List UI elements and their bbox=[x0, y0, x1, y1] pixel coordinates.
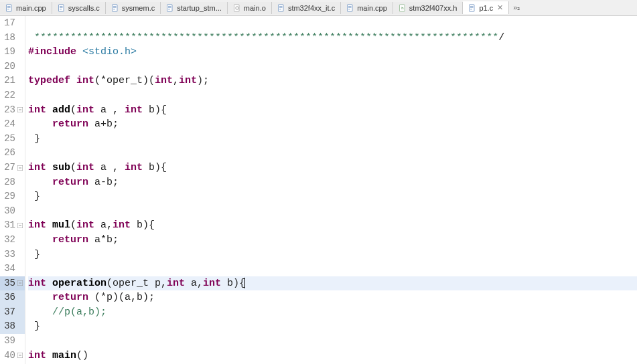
code-line[interactable] bbox=[28, 16, 637, 31]
svg-rect-24 bbox=[348, 7, 352, 8]
line-gutter: 1718192021222324252627282930313233343536… bbox=[0, 16, 25, 364]
tab-p1-c[interactable]: p1.c✕ bbox=[463, 1, 509, 14]
code-line[interactable]: int operation(oper_t p,int a,int b){ bbox=[28, 276, 637, 291]
file-icon bbox=[233, 4, 241, 12]
file-icon bbox=[111, 4, 119, 12]
gutter-line: 25 bbox=[0, 132, 25, 147]
tab-label: main.cpp bbox=[357, 4, 387, 12]
gutter-line: 40 bbox=[0, 349, 25, 363]
gutter-line: 22 bbox=[0, 88, 25, 103]
tab-label: main.cpp bbox=[16, 4, 46, 12]
close-icon[interactable]: ✕ bbox=[497, 3, 503, 12]
svg-rect-23 bbox=[348, 6, 352, 7]
svg-rect-13 bbox=[168, 6, 171, 7]
gutter-line: 34 bbox=[0, 262, 25, 276]
svg-rect-14 bbox=[168, 7, 171, 8]
svg-rect-21 bbox=[279, 9, 281, 9]
code-line[interactable] bbox=[28, 146, 637, 161]
code-line[interactable] bbox=[28, 334, 637, 349]
code-editor[interactable]: 1718192021222324252627282930313233343536… bbox=[0, 16, 637, 364]
code-line[interactable]: } bbox=[28, 319, 637, 334]
gutter-line: 27 bbox=[0, 161, 25, 175]
gutter-line: 38 bbox=[0, 319, 25, 334]
code-line[interactable]: return a-b; bbox=[28, 175, 637, 190]
gutter-line: 18 bbox=[0, 31, 25, 46]
gutter-line: 28 bbox=[0, 175, 25, 190]
tab-label: p1.c bbox=[479, 4, 493, 12]
file-icon bbox=[5, 4, 13, 12]
svg-rect-2 bbox=[7, 7, 11, 8]
code-line[interactable] bbox=[28, 262, 637, 276]
code-line[interactable]: typedef int(*oper_t)(int,int); bbox=[28, 74, 637, 88]
text-cursor bbox=[244, 278, 245, 288]
gutter-line: 39 bbox=[0, 334, 25, 349]
gutter-line: 19 bbox=[0, 45, 25, 60]
svg-rect-3 bbox=[7, 9, 9, 9]
svg-rect-5 bbox=[60, 6, 63, 7]
gutter-line: 31 bbox=[0, 218, 25, 233]
fold-icon[interactable] bbox=[17, 107, 23, 112]
code-line[interactable]: int sub(int a , int b){ bbox=[28, 161, 637, 175]
code-line[interactable]: } bbox=[28, 248, 637, 262]
gutter-line: 33 bbox=[0, 248, 25, 262]
svg-rect-20 bbox=[279, 7, 283, 8]
code-line[interactable]: #include <stdio.h> bbox=[28, 45, 637, 60]
fold-icon[interactable] bbox=[17, 353, 23, 358]
tab-stm32f407xx-h[interactable]: hstm32f407xx.h bbox=[393, 2, 464, 14]
file-icon bbox=[277, 4, 285, 12]
gutter-line: 23 bbox=[0, 103, 25, 118]
svg-rect-29 bbox=[470, 6, 474, 7]
svg-rect-11 bbox=[113, 9, 115, 9]
gutter-line: 37 bbox=[0, 305, 25, 320]
code-line[interactable] bbox=[28, 204, 637, 219]
gutter-line: 24 bbox=[0, 117, 25, 132]
code-line[interactable] bbox=[28, 60, 637, 74]
fold-icon[interactable] bbox=[17, 165, 23, 171]
code-line[interactable] bbox=[28, 88, 637, 103]
svg-rect-6 bbox=[60, 7, 63, 8]
fold-icon[interactable] bbox=[17, 223, 23, 228]
svg-rect-15 bbox=[168, 9, 170, 9]
tab-overflow-button[interactable]: »₂ bbox=[509, 1, 524, 14]
tab-startup-stm---[interactable]: startup_stm... bbox=[161, 2, 228, 14]
code-line[interactable]: int add(int a , int b){ bbox=[28, 103, 637, 118]
fold-icon[interactable] bbox=[17, 280, 23, 286]
gutter-line: 29 bbox=[0, 189, 25, 204]
tab-label: syscalls.c bbox=[68, 4, 100, 12]
tab-syscalls-c[interactable]: syscalls.c bbox=[52, 2, 106, 14]
code-line[interactable]: ****************************************… bbox=[28, 31, 637, 46]
svg-rect-30 bbox=[470, 7, 474, 8]
file-icon bbox=[58, 4, 66, 12]
code-line[interactable]: return a*b; bbox=[28, 233, 637, 248]
code-line[interactable]: int mul(int a,int b){ bbox=[28, 218, 637, 233]
tab-main-cpp[interactable]: main.cpp bbox=[0, 2, 52, 14]
svg-rect-19 bbox=[279, 6, 283, 7]
file-icon bbox=[346, 4, 354, 12]
tab-main-cpp[interactable]: main.cpp bbox=[341, 2, 393, 14]
code-line[interactable]: } bbox=[28, 132, 637, 147]
file-icon: h bbox=[399, 4, 407, 12]
file-icon bbox=[166, 4, 174, 12]
svg-rect-7 bbox=[60, 9, 62, 9]
svg-rect-10 bbox=[113, 7, 117, 8]
tab-sysmem-c[interactable]: sysmem.c bbox=[106, 2, 161, 14]
gutter-line: 30 bbox=[0, 204, 25, 219]
code-area[interactable]: ****************************************… bbox=[25, 16, 637, 364]
gutter-line: 35 bbox=[0, 276, 25, 291]
gutter-line: 36 bbox=[0, 290, 25, 305]
code-line[interactable]: return (*p)(a,b); bbox=[28, 290, 637, 305]
gutter-line: 32 bbox=[0, 233, 25, 248]
tab-label: sysmem.c bbox=[122, 4, 155, 12]
code-line[interactable]: int main() bbox=[28, 349, 637, 363]
file-icon bbox=[468, 4, 476, 12]
tab-label: startup_stm... bbox=[177, 4, 222, 12]
tab-stm32f4xx-it-c[interactable]: stm32f4xx_it.c bbox=[272, 2, 341, 14]
tab-main-o[interactable]: main.o bbox=[228, 2, 272, 14]
code-line[interactable]: } bbox=[28, 189, 637, 204]
svg-rect-1 bbox=[7, 6, 11, 7]
tab-label: stm32f407xx.h bbox=[409, 4, 457, 12]
code-line[interactable]: //p(a,b); bbox=[28, 305, 637, 320]
svg-rect-9 bbox=[113, 6, 117, 7]
tab-label: stm32f4xx_it.c bbox=[288, 4, 335, 12]
code-line[interactable]: return a+b; bbox=[28, 117, 637, 132]
